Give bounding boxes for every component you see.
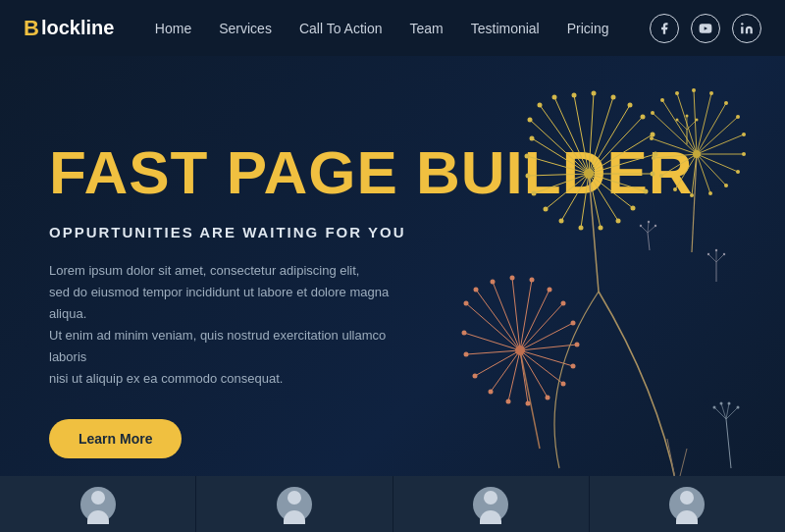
svg-line-88 (512, 278, 520, 350)
avatar-3 (473, 487, 508, 522)
nav-item-home[interactable]: Home (155, 20, 191, 37)
logo-rest: lockline (41, 17, 114, 39)
svg-line-99 (491, 350, 520, 392)
nav-item-cta[interactable]: Call To Action (299, 20, 383, 37)
svg-point-33 (651, 133, 655, 137)
svg-line-98 (508, 350, 520, 401)
svg-point-121 (515, 346, 525, 355)
svg-point-41 (559, 219, 564, 224)
avatar-1 (80, 487, 116, 522)
svg-point-103 (464, 301, 469, 306)
svg-line-132 (716, 254, 724, 262)
nav-item-services[interactable]: Services (219, 20, 272, 37)
svg-line-86 (476, 290, 520, 350)
svg-point-27 (552, 95, 557, 100)
bottom-card-2 (196, 476, 392, 532)
svg-point-134 (715, 249, 717, 251)
svg-line-97 (520, 350, 528, 403)
navbar: B lockline Home Services Call To Action … (0, 0, 785, 56)
avatar-4 (669, 487, 705, 522)
svg-point-71 (724, 101, 728, 105)
svg-point-72 (736, 115, 740, 119)
svg-point-111 (575, 343, 580, 347)
svg-line-102 (464, 333, 520, 350)
svg-line-123 (677, 120, 687, 130)
svg-line-89 (520, 280, 532, 350)
youtube-icon[interactable] (691, 14, 720, 43)
svg-line-125 (687, 120, 697, 130)
svg-point-112 (571, 364, 576, 369)
svg-point-73 (742, 133, 746, 136)
svg-line-93 (520, 345, 577, 350)
svg-line-145 (726, 419, 731, 468)
svg-point-30 (611, 95, 616, 100)
svg-point-126 (676, 119, 679, 122)
svg-point-119 (464, 352, 469, 357)
svg-point-113 (561, 382, 566, 387)
svg-point-37 (631, 206, 636, 211)
hero-subtitle: OPPURTUNITIES ARE WAITING FOR YOU (49, 224, 736, 240)
hero-title: FAST PAGE BUILDER (49, 139, 736, 206)
svg-point-38 (616, 219, 621, 224)
svg-point-75 (736, 170, 740, 174)
logo[interactable]: B lockline (24, 16, 114, 41)
svg-point-25 (528, 118, 533, 123)
svg-line-95 (520, 350, 563, 384)
svg-line-146 (714, 407, 726, 419)
svg-point-118 (473, 374, 478, 379)
svg-point-107 (530, 278, 535, 283)
linkedin-icon[interactable] (732, 14, 761, 43)
nav-item-team[interactable]: Team (409, 20, 443, 37)
svg-point-74 (742, 152, 746, 156)
svg-line-94 (520, 350, 573, 366)
facebook-icon[interactable] (650, 14, 679, 43)
svg-point-128 (696, 119, 699, 122)
bottom-card-4 (590, 476, 785, 532)
svg-line-84 (520, 350, 540, 449)
svg-point-152 (728, 402, 731, 405)
nav-links: Home Services Call To Action Team Testim… (155, 20, 609, 37)
nav-item-pricing[interactable]: Pricing (567, 20, 609, 37)
svg-point-116 (506, 399, 511, 404)
svg-point-150 (713, 406, 716, 409)
bottom-card-1 (0, 476, 196, 532)
svg-point-68 (675, 91, 679, 95)
svg-line-87 (493, 282, 520, 350)
nav-item-testimonial[interactable]: Testimonial (471, 20, 540, 37)
svg-point-106 (510, 276, 515, 281)
svg-point-117 (489, 390, 494, 395)
svg-point-70 (709, 91, 713, 95)
svg-point-127 (686, 115, 689, 118)
svg-line-100 (475, 350, 520, 376)
svg-line-92 (520, 323, 573, 350)
bottom-cards (0, 476, 785, 532)
bottom-card-3 (393, 476, 590, 532)
logo-b: B (24, 16, 39, 41)
svg-point-133 (707, 253, 709, 255)
svg-point-115 (526, 401, 531, 406)
learn-more-button[interactable]: Learn More (49, 419, 182, 458)
svg-line-148 (726, 403, 729, 419)
svg-point-135 (723, 253, 725, 255)
svg-point-67 (660, 98, 664, 102)
svg-line-149 (726, 407, 738, 419)
svg-point-26 (538, 103, 543, 108)
svg-point-42 (544, 207, 549, 212)
svg-point-114 (546, 396, 550, 400)
hero-body: Lorem ipsum dolor sit amet, consectetur … (49, 260, 422, 391)
svg-line-85 (466, 303, 520, 350)
social-icons (650, 14, 761, 43)
svg-point-151 (720, 402, 723, 405)
svg-point-153 (737, 406, 740, 409)
svg-point-1 (741, 23, 743, 25)
svg-point-29 (592, 91, 597, 96)
svg-point-110 (571, 321, 576, 326)
svg-point-69 (692, 88, 696, 92)
svg-point-104 (474, 288, 479, 293)
svg-point-120 (462, 331, 467, 336)
svg-point-32 (641, 115, 646, 120)
svg-point-66 (651, 111, 654, 115)
svg-line-91 (520, 303, 563, 350)
svg-line-101 (466, 350, 520, 354)
svg-point-28 (572, 93, 577, 98)
